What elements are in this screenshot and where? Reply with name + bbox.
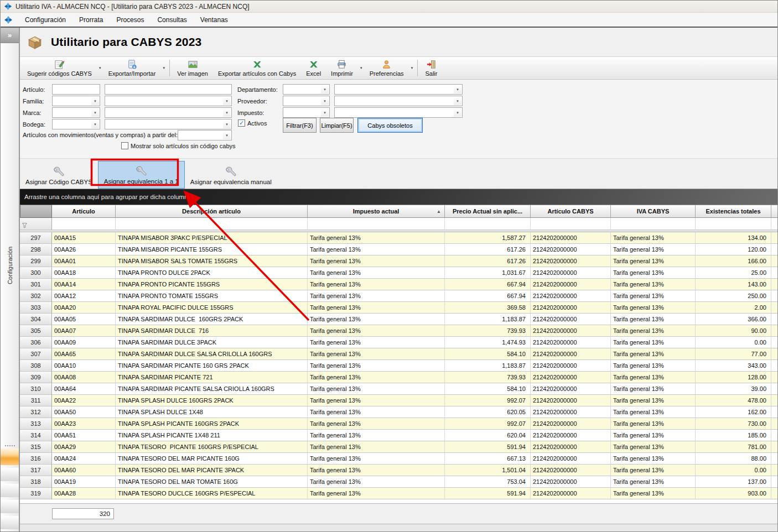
preferencias-button[interactable]: Preferencias — [365, 58, 409, 78]
table-row[interactable]: 30400AA05TINAPA SARDIMAR DULCE 160GRS 2P… — [20, 314, 777, 325]
cell-precio[interactable]: 1,183.87 — [445, 314, 531, 325]
cell-iva[interactable]: Tarifa general 13% — [611, 255, 696, 267]
table-row[interactable]: 31800AA19TINAPA TESORO DEL MAR TOMATE 16… — [20, 476, 777, 488]
cell-articulo[interactable]: 00AA60 — [52, 465, 116, 476]
cell-n[interactable]: 317 — [20, 465, 52, 476]
dock-item[interactable] — [1, 468, 19, 481]
cell-descripcion[interactable]: TINAPA SPLASH PICANTE 1X48 211 — [116, 430, 308, 441]
cell-descripcion[interactable]: TINAPA SPLASH DULCE 160GRS 2PACK — [116, 395, 308, 406]
cell-existencias[interactable]: 781.00 — [696, 441, 771, 453]
cell-cabys[interactable]: 2124202000000 — [531, 383, 611, 395]
dock-item-active[interactable] — [1, 448, 19, 465]
menu-item-prorrata[interactable]: Prorrata — [72, 14, 110, 26]
cell-n[interactable]: 298 — [20, 244, 52, 255]
cell-iva[interactable]: Tarifa general 13% — [611, 267, 696, 279]
cell-descripcion[interactable]: TINAPA TESORO DEL MAR TOMATE 160G — [116, 476, 308, 488]
cell-articulo[interactable]: 00AA28 — [52, 488, 116, 499]
cell-impuesto[interactable]: Tarifa general 13% — [308, 372, 445, 383]
familia-name-combo[interactable]: ▼ — [105, 96, 232, 106]
cell-cabys[interactable]: 2124202000000 — [531, 418, 611, 430]
exportar-importar-button[interactable]: Exportar/Importar — [103, 58, 161, 78]
combo-arrow-icon[interactable]: ▼ — [223, 97, 231, 105]
column-header-iva[interactable]: IVA CABYS — [611, 205, 696, 218]
cell-existencias[interactable]: 185.00 — [696, 430, 771, 441]
cell-impuesto[interactable]: Tarifa general 13% — [308, 488, 445, 499]
cell-impuesto[interactable]: Tarifa general 13% — [308, 406, 445, 418]
cell-n[interactable]: 313 — [20, 418, 52, 430]
grid-corner-cell[interactable] — [20, 205, 52, 218]
cell-precio[interactable]: 753.04 — [445, 476, 531, 488]
combo-arrow-icon[interactable]: ▼ — [91, 120, 99, 128]
cell-precio[interactable]: 667.13 — [445, 453, 531, 465]
cell-articulo[interactable]: 00AA07 — [52, 325, 116, 337]
proveedor-name-combo[interactable]: ▼ — [334, 96, 463, 106]
cell-n[interactable]: 300 — [20, 267, 52, 279]
cell-descripcion[interactable]: TINAPA MISABOR PICANTE 155GRS — [116, 244, 308, 255]
cell-impuesto[interactable]: Tarifa general 13% — [308, 465, 445, 476]
cell-n[interactable]: 307 — [20, 348, 52, 360]
column-header-descripcion[interactable]: Descripción artículo — [116, 205, 308, 218]
cell-precio[interactable]: 617.26 — [445, 255, 531, 267]
cell-cabys[interactable]: 2124202000000 — [531, 325, 611, 337]
cell-n[interactable]: 310 — [20, 383, 52, 395]
combo-arrow-icon[interactable]: ▼ — [223, 131, 231, 139]
cell-n[interactable]: 303 — [20, 302, 52, 314]
cell-existencias[interactable]: 134.00 — [696, 232, 771, 244]
cell-impuesto[interactable]: Tarifa general 13% — [308, 314, 445, 325]
cell-descripcion[interactable]: TINAPA MISABOR 3PAKC P/ESPECIAL — [116, 232, 308, 244]
cell-existencias[interactable]: 88.00 — [696, 453, 771, 465]
menu-item-configuracion[interactable]: Configuración — [18, 14, 72, 26]
cell-iva[interactable]: Tarifa general 13% — [611, 372, 696, 383]
cell-articulo[interactable]: 00AA12 — [52, 290, 116, 302]
cell-iva[interactable]: Tarifa general 13% — [611, 348, 696, 360]
cell-articulo[interactable]: 00AA01 — [52, 255, 116, 267]
marca-code-combo[interactable]: ▼ — [52, 107, 100, 118]
cell-articulo[interactable]: 00AA65 — [52, 348, 116, 360]
cell-cabys[interactable]: 2124202000000 — [531, 406, 611, 418]
cell-articulo[interactable]: 00AA19 — [52, 476, 116, 488]
cell-n[interactable]: 305 — [20, 325, 52, 337]
cell-precio[interactable]: 591.94 — [445, 488, 531, 499]
proveedor-code-combo[interactable]: ▼ — [283, 96, 330, 106]
cell-articulo[interactable]: 00AA20 — [52, 302, 116, 314]
cell-impuesto[interactable]: Tarifa general 13% — [308, 255, 445, 267]
filter-cell-articulo[interactable] — [52, 218, 116, 230]
cell-cabys[interactable]: 2124202000000 — [531, 232, 611, 244]
cell-cabys[interactable]: 2124202000000 — [531, 255, 611, 267]
table-row[interactable]: 31700AA60TINAPA TESORO DEL MAR PICANTE 3… — [20, 465, 777, 476]
cell-iva[interactable]: Tarifa general 13% — [611, 441, 696, 453]
cell-descripcion[interactable]: TINAPA TESORO DUCLCE 160GRS P/ESPECIAL — [116, 488, 308, 499]
cell-descripcion[interactable]: TINAPA SARDIMAR PICANTE SALSA CRIOLLA 16… — [116, 383, 308, 395]
cell-iva[interactable]: Tarifa general 13% — [611, 418, 696, 430]
cell-descripcion[interactable]: TINAPA SARDIMAR PICANTE 160 GRS 2PACK — [116, 360, 308, 372]
articulo-name-input[interactable] — [105, 84, 232, 95]
cell-precio[interactable]: 992.07 — [445, 395, 531, 406]
cell-precio[interactable]: 1,474.93 — [445, 337, 531, 348]
cell-precio[interactable]: 739.93 — [445, 325, 531, 337]
filtrar-button[interactable]: Filtrar(F3) — [283, 118, 317, 133]
table-row[interactable]: 30600AA09TINAPA SARDIMAR DULCE 3PACKTari… — [20, 337, 777, 348]
articulo-code-input[interactable] — [52, 84, 100, 95]
cell-articulo[interactable]: 00AA24 — [52, 453, 116, 465]
table-row[interactable]: 29900AA01TINAPA MISABOR SALS TOMATE 155G… — [20, 255, 777, 267]
filter-cell-impuesto[interactable] — [308, 218, 445, 230]
table-row[interactable]: 30100AA14TINAPA PRONTO PICANTE 155GRSTar… — [20, 279, 777, 290]
cell-articulo[interactable]: 00AA05 — [52, 314, 116, 325]
menu-item-consultas[interactable]: Consultas — [151, 14, 193, 26]
dock-grip[interactable] — [1, 443, 19, 448]
cell-cabys[interactable]: 2124202000000 — [531, 488, 611, 499]
cell-descripcion[interactable]: TINAPA PRONTO TOMATE 155GRS — [116, 290, 308, 302]
cell-existencias[interactable]: 77.00 — [696, 348, 771, 360]
cell-impuesto[interactable]: Tarifa general 13% — [308, 267, 445, 279]
salir-button[interactable]: Salir — [420, 58, 442, 78]
cell-precio[interactable]: 584.10 — [445, 383, 531, 395]
cell-descripcion[interactable]: TINAPA SPLASH PICANTE 160GRS 2PACK — [116, 418, 308, 430]
imprimir-button[interactable]: Imprimir — [326, 58, 358, 78]
table-row[interactable]: 30300AA20TINAPA ROYAL PACIFIC DULCE 155G… — [20, 302, 777, 314]
table-row[interactable]: 29800AA26TINAPA MISABOR PICANTE 155GRSTa… — [20, 244, 777, 255]
cell-impuesto[interactable]: Tarifa general 13% — [308, 360, 445, 372]
table-row[interactable]: 30900AA08TINAPA SARDIMAR PICANTE 721Tari… — [20, 372, 777, 383]
marca-name-combo[interactable]: ▼ — [105, 107, 232, 118]
cell-precio[interactable]: 1,501.04 — [445, 465, 531, 476]
filter-cell-cabys[interactable] — [531, 218, 611, 230]
